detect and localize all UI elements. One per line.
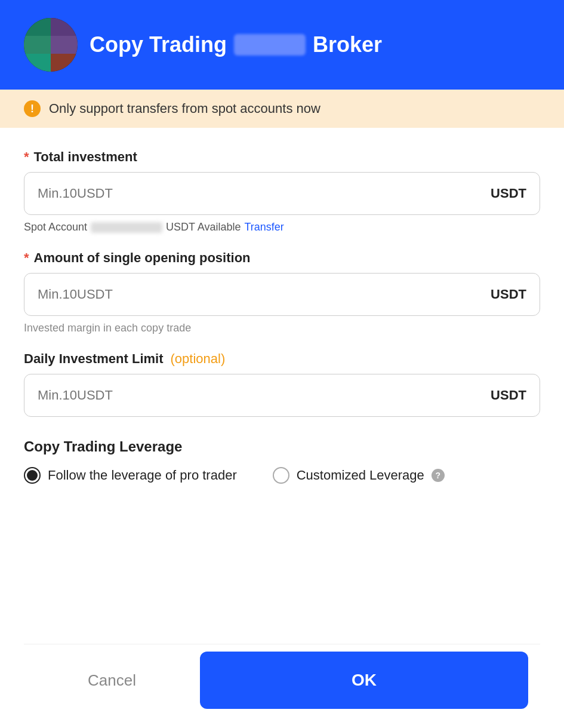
avatar — [24, 18, 78, 72]
radio-follow-inner — [27, 470, 38, 481]
total-investment-suffix: USDT — [491, 186, 526, 201]
total-investment-input-wrapper: USDT — [24, 172, 540, 215]
total-investment-label: * Total investment — [24, 149, 540, 165]
single-position-suffix: USDT — [491, 287, 526, 302]
leverage-custom-label: Customized Leverage — [297, 468, 424, 483]
transfer-link[interactable]: Transfer — [244, 221, 283, 234]
total-investment-input[interactable] — [38, 186, 491, 201]
leverage-option-custom[interactable]: Customized Leverage ? — [273, 467, 445, 484]
leverage-option-follow[interactable]: Follow the leverage of pro trader — [24, 467, 237, 484]
leverage-follow-label: Follow the leverage of pro trader — [48, 468, 237, 483]
warning-icon: ! — [24, 100, 41, 117]
modal-container: Copy Trading Broker ! Only support trans… — [0, 0, 564, 728]
header-title: Copy Trading Broker — [90, 32, 382, 57]
notice-text: Only support transfers from spot account… — [49, 101, 320, 116]
copy-trading-label: Copy Trading — [90, 32, 227, 57]
spot-available-label: USDT Available — [166, 221, 241, 234]
broker-name-blur — [234, 34, 306, 56]
leverage-section: Copy Trading Leverage Follow the leverag… — [24, 438, 540, 484]
form-body: * Total investment USDT Spot Account USD… — [0, 128, 564, 728]
cancel-button[interactable]: Cancel — [24, 644, 200, 716]
radio-custom[interactable] — [273, 467, 289, 484]
spot-account-label: Spot Account — [24, 221, 87, 234]
radio-follow[interactable] — [24, 467, 41, 484]
header: Copy Trading Broker — [0, 0, 564, 90]
daily-limit-input-wrapper: USDT — [24, 374, 540, 417]
total-investment-section: * Total investment USDT Spot Account USD… — [24, 149, 540, 234]
leverage-options: Follow the leverage of pro trader Custom… — [24, 467, 540, 484]
required-star-1: * — [24, 149, 29, 165]
daily-limit-suffix: USDT — [491, 388, 526, 403]
spot-amount-blur — [91, 222, 162, 233]
daily-limit-section: Daily Investment Limit (optional) USDT — [24, 351, 540, 417]
ok-button[interactable]: OK — [200, 652, 528, 709]
help-icon[interactable]: ? — [432, 469, 445, 482]
single-position-section: * Amount of single opening position USDT… — [24, 250, 540, 334]
optional-label: (optional) — [171, 351, 226, 367]
daily-limit-label: Daily Investment Limit (optional) — [24, 351, 540, 367]
single-position-input[interactable] — [38, 287, 491, 302]
required-star-2: * — [24, 250, 29, 266]
single-position-label: * Amount of single opening position — [24, 250, 540, 266]
leverage-title: Copy Trading Leverage — [24, 438, 540, 455]
invest-hint: Invested margin in each copy trade — [24, 322, 540, 334]
button-row: Cancel OK — [24, 644, 540, 716]
spot-account-info: Spot Account USDT Available Transfer — [24, 221, 540, 234]
broker-label: Broker — [313, 32, 382, 57]
notice-banner: ! Only support transfers from spot accou… — [0, 90, 564, 128]
single-position-input-wrapper: USDT — [24, 273, 540, 316]
daily-limit-input[interactable] — [38, 388, 491, 403]
